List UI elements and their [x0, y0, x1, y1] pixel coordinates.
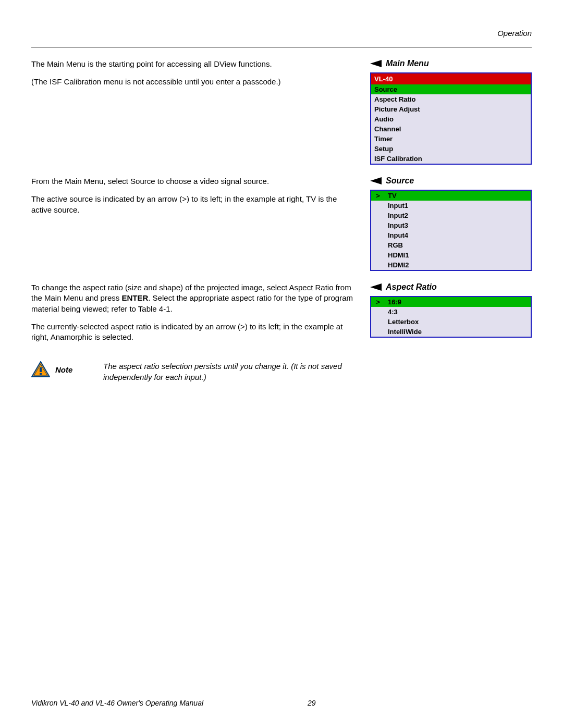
svg-rect-6	[40, 373, 42, 375]
mainmenu-para1: The Main Menu is the starting point for …	[31, 59, 357, 69]
aspect-box: >16:94:3LetterboxIntelliWide	[370, 296, 532, 338]
arrow-indicator	[371, 211, 385, 220]
warning-icon	[31, 361, 50, 378]
source-heading: Source	[370, 176, 532, 186]
source-box: >TVInput1Input2Input3Input4RGBHDMI1HDMI2	[370, 190, 532, 271]
svg-rect-5	[40, 367, 42, 372]
aspect-para2: The currently-selected aspect ratio is i…	[31, 322, 357, 343]
header-section: Operation	[31, 29, 532, 38]
menu-item: 4:3	[371, 307, 531, 317]
arrow-indicator: >	[371, 297, 385, 307]
note-row: Note The aspect ratio selection persists…	[31, 361, 532, 382]
header-rule	[31, 47, 532, 47]
menu-item: Input3	[371, 220, 531, 230]
menu-item: >TV	[371, 191, 531, 201]
mainmenu-item: Setup	[371, 144, 531, 154]
source-para2: The active source is indicated by an arr…	[31, 194, 357, 215]
menu-item-label: IntelliWide	[385, 327, 531, 337]
menu-item-label: TV	[385, 191, 531, 201]
menu-item-label: RGB	[385, 240, 531, 250]
arrow-indicator	[371, 260, 385, 270]
mainmenu-item: Source	[371, 84, 531, 94]
svg-marker-0	[370, 60, 382, 67]
arrow-indicator	[371, 230, 385, 240]
menu-item: HDMI2	[371, 260, 531, 270]
menu-item-label: HDMI2	[385, 260, 531, 270]
menu-item: IntelliWide	[371, 327, 531, 337]
source-heading-text: Source	[386, 176, 414, 186]
arrow-indicator	[371, 201, 385, 211]
triangle-left-icon	[370, 60, 382, 67]
triangle-left-icon	[370, 177, 382, 184]
svg-marker-1	[370, 177, 382, 184]
mainmenu-heading: Main Menu	[370, 59, 532, 68]
mainmenu-title: VL-40	[371, 73, 531, 84]
arrow-indicator	[371, 307, 385, 317]
menu-item: Input1	[371, 201, 531, 211]
menu-item: RGB	[371, 240, 531, 250]
triangle-left-icon	[370, 283, 382, 291]
mainmenu-item: Aspect Ratio	[371, 94, 531, 104]
arrow-indicator	[371, 327, 385, 337]
menu-item-label: HDMI1	[385, 250, 531, 260]
menu-item: Input4	[371, 230, 531, 240]
menu-item-label: Input4	[385, 230, 531, 240]
menu-item-label: Input1	[385, 201, 531, 211]
menu-item-label: Input3	[385, 220, 531, 230]
mainmenu-para2: (The ISF Calibration menu is not accessi…	[31, 77, 357, 87]
menu-item-label: 4:3	[385, 307, 531, 317]
mainmenu-item: Picture Adjust	[371, 104, 531, 114]
aspect-para1: To change the aspect ratio (size and sha…	[31, 282, 357, 314]
mainmenu-item: ISF Calibration	[371, 154, 531, 164]
footer-page: 29	[308, 699, 316, 707]
menu-item-label: Input2	[385, 211, 531, 220]
menu-item: >16:9	[371, 297, 531, 307]
aspect-para1-bold: ENTER	[121, 293, 148, 302]
mainmenu-item: Audio	[371, 114, 531, 124]
aspect-heading-text: Aspect Ratio	[386, 282, 437, 292]
aspect-heading: Aspect Ratio	[370, 282, 532, 292]
arrow-indicator	[371, 317, 385, 327]
mainmenu-item: Timer	[371, 134, 531, 144]
note-label: Note	[55, 365, 72, 374]
footer-title: Vidikron VL-40 and VL-46 Owner's Operati…	[31, 699, 203, 707]
menu-item: Letterbox	[371, 317, 531, 327]
arrow-indicator: >	[371, 191, 385, 201]
menu-item: Input2	[371, 211, 531, 220]
source-para1: From the Main Menu, select Source to cho…	[31, 176, 357, 187]
footer: Vidikron VL-40 and VL-46 Owner's Operati…	[31, 699, 532, 707]
arrow-indicator	[371, 240, 385, 250]
mainmenu-heading-text: Main Menu	[386, 59, 429, 68]
menu-item: HDMI1	[371, 250, 531, 260]
menu-item-label: Letterbox	[385, 317, 531, 327]
mainmenu-box: VL-40 SourceAspect RatioPicture AdjustAu…	[370, 72, 532, 165]
menu-item-label: 16:9	[385, 297, 531, 307]
arrow-indicator	[371, 220, 385, 230]
svg-marker-2	[370, 283, 382, 291]
arrow-indicator	[371, 250, 385, 260]
mainmenu-item: Channel	[371, 124, 531, 134]
note-text: The aspect ratio selection persists unti…	[103, 361, 365, 382]
